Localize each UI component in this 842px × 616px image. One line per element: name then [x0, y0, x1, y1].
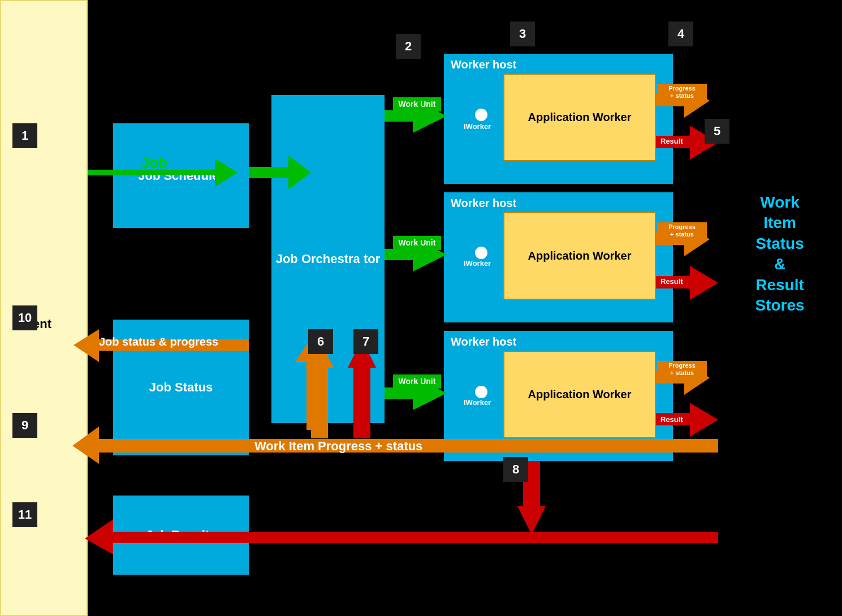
badge-8: 8 [503, 457, 528, 482]
work-unit-mid-label: Work Unit [393, 236, 441, 250]
diagram: Client 1 2 3 4 5 6 7 8 9 10 11 Job [0, 0, 842, 616]
result-mid: Result [657, 276, 686, 287]
badge-9: 9 [12, 413, 37, 438]
work-unit-top-label: Work Unit [393, 97, 441, 111]
badge-10: 10 [12, 305, 37, 330]
red-up-arrow-7 [348, 339, 376, 438]
badge-3: 3 [510, 21, 535, 46]
arrows-svg [0, 0, 842, 616]
badge-7: 7 [353, 329, 378, 354]
work-item-progress-label: Work Item Progress + status [254, 439, 422, 454]
results-label: Results [396, 529, 449, 546]
result-bot: Result [657, 414, 686, 425]
job-label: Job [141, 154, 167, 171]
badge-11: 11 [12, 502, 37, 527]
job-status-progress-label: Job status & progress [99, 335, 218, 348]
progress-status-bot: Progress+ status [657, 361, 707, 378]
svg-marker-15 [305, 339, 334, 438]
orange-up-arrow-6 [305, 339, 334, 438]
badge-5: 5 [705, 119, 729, 144]
progress-status-top: Progress+ status [657, 84, 707, 101]
badge-6: 6 [308, 329, 333, 354]
work-unit-bot-label: Work Unit [393, 374, 441, 389]
progress-status-mid: Progress+ status [657, 222, 707, 239]
badge-1: 1 [12, 123, 37, 148]
badge-2: 2 [396, 34, 421, 59]
badge-4: 4 [668, 21, 693, 46]
result-top: Result [657, 136, 686, 147]
svg-marker-16 [348, 339, 376, 438]
work-item-status-label: WorkItemStatus&ResultStores [735, 192, 825, 316]
svg-marker-1 [249, 156, 311, 189]
